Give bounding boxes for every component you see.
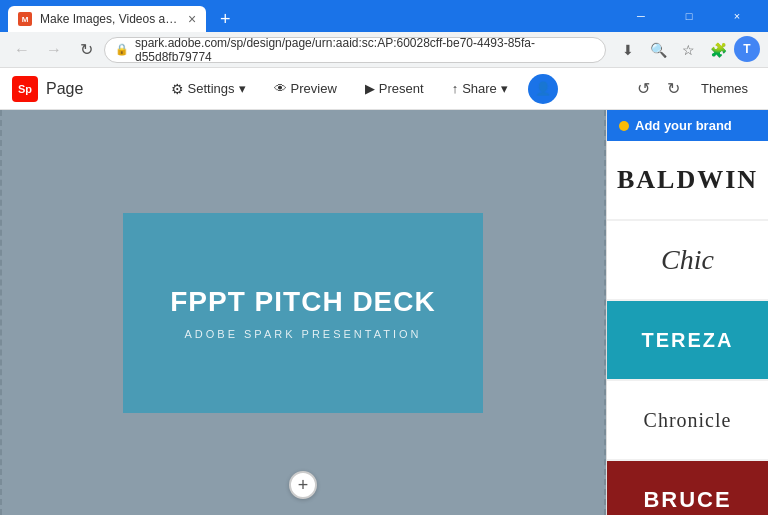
lock-icon: 🔒 — [115, 43, 129, 56]
themes-panel: Add your brand BALDWIN Chic TEREZA Chron… — [606, 110, 768, 515]
user-avatar[interactable]: T — [734, 36, 760, 62]
maximize-button[interactable]: □ — [666, 0, 712, 32]
extensions-icon[interactable]: 🧩 — [704, 36, 732, 64]
theme-tereza-label: TEREZA — [607, 301, 768, 379]
share-button[interactable]: ↑ Share ▾ — [444, 77, 516, 100]
share-icon: ↑ — [452, 81, 459, 96]
preview-button[interactable]: 👁 Preview — [266, 77, 345, 100]
sp-logo: Sp — [12, 76, 38, 102]
forward-button[interactable]: → — [40, 36, 68, 64]
window-controls: ─ □ × — [618, 0, 760, 32]
app-toolbar: Sp Page ⚙ Settings ▾ 👁 Preview ▶ Present… — [0, 68, 768, 110]
play-icon: ▶ — [365, 81, 375, 96]
canvas-area: FPPT PITCH DECK ADOBE SPARK PRESENTATION… — [0, 110, 606, 515]
tab-title: Make Images, Videos and Web S — [40, 12, 180, 26]
url-text: spark.adobe.com/sp/design/page/urn:aaid:… — [135, 36, 595, 64]
pitch-subtitle: ADOBE SPARK PRESENTATION — [184, 328, 421, 340]
browser-tab[interactable]: M Make Images, Videos and Web S × — [8, 6, 206, 32]
share-label: Share — [462, 81, 497, 96]
url-bar[interactable]: 🔒 spark.adobe.com/sp/design/page/urn:aai… — [104, 37, 606, 63]
theme-chronicle-label: Chronicle — [644, 409, 732, 432]
page-label: Page — [46, 80, 83, 98]
share-chevron: ▾ — [501, 81, 508, 96]
search-icon[interactable]: 🔍 — [644, 36, 672, 64]
back-button[interactable]: ← — [8, 36, 36, 64]
settings-label: Settings — [188, 81, 235, 96]
add-section-button[interactable]: + — [289, 471, 317, 499]
theme-baldwin-label: BALDWIN — [617, 165, 758, 195]
app-user-avatar[interactable]: 👤 — [528, 74, 558, 104]
pitch-title: FPPT PITCH DECK — [170, 286, 435, 318]
bookmark-icon[interactable]: ☆ — [674, 36, 702, 64]
undo-button[interactable]: ↺ — [629, 75, 657, 103]
new-tab-button[interactable]: + — [212, 6, 238, 32]
download-icon[interactable]: ⬇ — [614, 36, 642, 64]
settings-chevron: ▾ — [239, 81, 246, 96]
close-window-button[interactable]: × — [714, 0, 760, 32]
present-button[interactable]: ▶ Present — [357, 77, 432, 100]
themes-panel-title: Add your brand — [635, 118, 732, 133]
theme-chic-label: Chic — [661, 244, 714, 276]
undo-redo-group: ↺ ↻ — [629, 75, 687, 103]
tab-close-btn[interactable]: × — [188, 11, 196, 27]
theme-item-baldwin[interactable]: BALDWIN — [607, 141, 768, 221]
main-area: FPPT PITCH DECK ADOBE SPARK PRESENTATION… — [0, 110, 768, 515]
address-icons: ⬇ 🔍 ☆ 🧩 T — [614, 36, 760, 64]
themes-panel-header: Add your brand — [607, 110, 768, 141]
tab-bar: M Make Images, Videos and Web S × + — [8, 0, 238, 32]
toolbar-right: ↺ ↻ Themes — [629, 75, 756, 103]
address-bar: ← → ↻ 🔒 spark.adobe.com/sp/design/page/u… — [0, 32, 768, 68]
theme-bruce-label: BRUCE — [607, 461, 768, 515]
tab-favicon: M — [18, 12, 32, 26]
theme-item-chic[interactable]: Chic — [607, 221, 768, 301]
reload-button[interactable]: ↻ — [72, 36, 100, 64]
settings-button[interactable]: ⚙ Settings ▾ — [163, 77, 254, 101]
theme-item-bruce[interactable]: BRUCE — [607, 461, 768, 515]
toolbar-center: ⚙ Settings ▾ 👁 Preview ▶ Present ↑ Share… — [99, 74, 621, 104]
browser-titlebar: M Make Images, Videos and Web S × + ─ □ … — [0, 0, 768, 32]
themes-button[interactable]: Themes — [693, 77, 756, 100]
brand-dot-icon — [619, 121, 629, 131]
minimize-button[interactable]: ─ — [618, 0, 664, 32]
preview-label: Preview — [291, 81, 337, 96]
presentation-card: FPPT PITCH DECK ADOBE SPARK PRESENTATION — [123, 213, 483, 413]
eye-icon: 👁 — [274, 81, 287, 96]
theme-item-chronicle[interactable]: Chronicle — [607, 381, 768, 461]
theme-item-tereza[interactable]: TEREZA — [607, 301, 768, 381]
present-label: Present — [379, 81, 424, 96]
redo-button[interactable]: ↻ — [659, 75, 687, 103]
gear-icon: ⚙ — [171, 81, 184, 97]
